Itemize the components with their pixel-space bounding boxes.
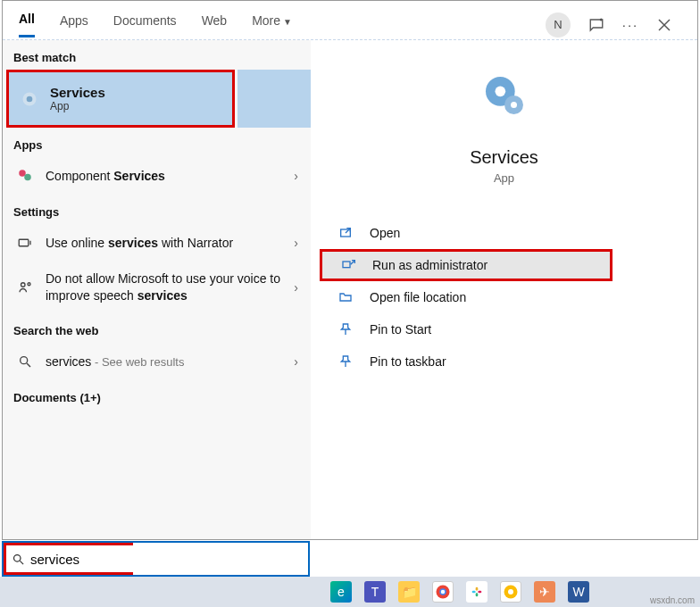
close-icon[interactable] [651,12,678,38]
result-label: Use online services with Narrator [46,236,294,250]
svg-line-11 [27,363,30,367]
svg-point-0 [600,18,603,21]
user-avatar[interactable]: N [546,12,571,37]
svg-point-32 [508,589,513,595]
watermark: wsxdn.com [650,595,695,605]
search-input[interactable] [30,545,200,572]
best-match-subtitle: App [50,100,105,112]
svg-line-23 [20,561,23,564]
admin-icon [338,258,358,272]
section-search-web: Search the web [3,313,311,343]
svg-rect-30 [476,593,479,596]
search-tabs: All Apps Documents Web More▼ N ··· [3,1,697,40]
section-best-match: Best match [3,40,311,70]
taskbar-chrome-icon[interactable] [432,581,454,603]
action-label: Run as administrator [372,258,488,272]
action-label: Open [370,226,400,240]
folder-icon [336,290,355,304]
result-narrator-services[interactable]: Use online services with Narrator › [3,224,311,262]
open-icon [336,226,355,240]
svg-point-26 [441,590,446,595]
action-label: Pin to Start [370,322,431,337]
tab-apps[interactable]: Apps [60,13,88,37]
best-match-result[interactable]: Services App [6,70,235,128]
tab-web[interactable]: Web [202,13,228,37]
action-open[interactable]: Open [311,217,697,249]
services-large-icon [476,67,533,124]
taskbar-edge-icon[interactable]: e [330,581,352,603]
result-label: Component Services [46,169,294,183]
svg-rect-29 [476,587,479,591]
taskbar-teams-icon[interactable]: T [364,581,386,603]
speech-icon [15,278,35,297]
chevron-right-icon: › [294,236,298,250]
preview-title: Services [470,147,538,168]
search-icon [15,352,35,371]
chevron-right-icon: › [294,280,298,295]
action-pin-to-taskbar[interactable]: Pin to taskbar [311,345,697,378]
result-component-services[interactable]: Component Services › [3,157,311,195]
section-apps: Apps [3,128,311,157]
tab-more[interactable]: More▼ [252,13,292,37]
svg-point-5 [19,170,26,177]
taskbar-explorer-icon[interactable]: 📁 [398,581,420,603]
results-panel: Best match Services App Apps [3,40,311,539]
svg-line-19 [351,261,355,265]
chevron-right-icon: › [294,354,298,369]
section-documents: Documents (1+) [3,380,311,410]
pin-start-icon [336,322,355,337]
action-run-as-administrator[interactable]: Run as administrator [320,249,612,281]
tab-all[interactable]: All [19,12,35,37]
svg-point-8 [21,283,26,287]
taskbar-chrome-canary-icon[interactable] [500,581,521,603]
feedback-icon[interactable] [583,12,610,38]
pin-taskbar-icon [336,354,355,369]
svg-point-22 [14,554,21,561]
taskbar: e T 📁 ✈ W [0,577,700,607]
svg-rect-27 [472,591,476,594]
result-label: Do not allow Microsoft to use your voice… [46,270,294,304]
preview-panel: Services App Open Run as administrator [311,40,697,539]
taskbar-slack-icon[interactable] [466,581,488,603]
services-gear-icon [20,89,39,109]
svg-rect-7 [19,239,29,246]
action-label: Open file location [370,290,466,304]
result-speech-services[interactable]: Do not allow Microsoft to use your voice… [3,262,311,313]
result-label: services - See web results [46,354,294,369]
tab-documents[interactable]: Documents [113,13,177,37]
svg-rect-28 [478,591,481,594]
svg-point-4 [27,96,33,102]
action-open-file-location[interactable]: Open file location [311,281,697,313]
taskbar-app-icon[interactable]: ✈ [534,581,555,603]
svg-point-9 [28,283,30,286]
action-label: Pin to taskbar [370,354,446,369]
preview-subtitle: App [494,171,514,185]
more-options-icon[interactable]: ··· [617,12,644,38]
component-services-icon [15,166,35,186]
chevron-down-icon: ▼ [283,17,292,27]
svg-point-15 [511,102,517,108]
action-pin-to-start[interactable]: Pin to Start [311,313,697,345]
chevron-right-icon: › [294,169,298,183]
section-settings: Settings [3,195,311,224]
best-match-title: Services [50,85,105,100]
svg-rect-18 [343,262,350,268]
result-web-search[interactable]: services - See web results › [3,343,311,380]
svg-point-6 [24,174,31,181]
svg-point-10 [21,356,28,363]
search-icon [12,553,25,566]
taskbar-word-icon[interactable]: W [568,581,589,603]
svg-point-13 [495,87,505,97]
narrator-icon [15,233,35,253]
search-box[interactable] [2,541,310,577]
